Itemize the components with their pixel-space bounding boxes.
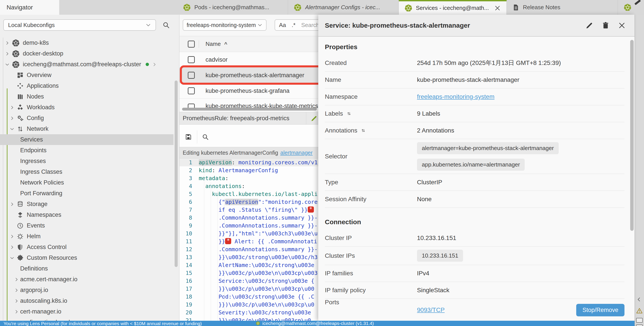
edit-pencil-icon[interactable] <box>310 115 318 122</box>
column-header-name[interactable]: Name <box>206 40 221 48</box>
sidebar-item-ingress-classes[interactable]: Ingress Classes <box>0 166 174 177</box>
sidebar-item-overview[interactable]: Overview <box>0 70 174 80</box>
kubeconfig-select[interactable]: Local Kubeconfigs <box>3 19 156 31</box>
table-row-kube-prometheus-stack-grafana[interactable]: kube-prometheus-stack-grafana <box>180 83 318 99</box>
port-link[interactable]: 9093/TCP <box>417 306 444 314</box>
detail-value: SingleStack <box>417 284 624 297</box>
namespace-select[interactable]: freeleaps-monitoring-system <box>183 19 266 31</box>
tab-alertmanager-configs[interactable]: Alertmanager Configs - icec... <box>288 0 399 15</box>
value-badge: 10.233.16.151 <box>417 250 463 262</box>
table-row-kube-prometheus-stack-kube-state-metrics[interactable]: kube-prometheus-stack-kube-state-metrics <box>180 99 318 108</box>
sort-updown-icon[interactable] <box>346 111 352 116</box>
namespace-link[interactable]: freeleaps-monitoring-system <box>417 93 494 100</box>
horizontal-scrollbar[interactable] <box>182 108 317 110</box>
chevron-right-icon <box>10 105 17 110</box>
sidebar-item-custom-resources[interactable]: Custom Resources <box>0 252 174 263</box>
sidebar-item-icecheng-mathmast-com-freeleaps-cluster[interactable]: icecheng@mathmast.com@freeleaps-cluster <box>0 59 174 70</box>
table-row-cadvisor[interactable]: cadvisor <box>180 52 318 68</box>
sidebar-item-demo-k8s[interactable]: demo-k8s <box>0 38 174 48</box>
grid-icon <box>17 72 24 79</box>
tab-label: Alertmanager Configs - icec... <box>305 4 393 11</box>
code-line: 5 kubectl.kubernetes.io/last-appli <box>180 190 318 198</box>
detail-label: Session Affinity <box>325 196 417 203</box>
sidebar-item-storage[interactable]: Storage <box>0 199 174 210</box>
tab-partial-overflow[interactable] <box>618 0 637 15</box>
cluster-tree: demo-k8sdocker-desktopicecheng@mathmast.… <box>0 38 179 321</box>
sidebar-item-autoscaling-k8s-io[interactable]: autoscaling.k8s.io <box>0 296 174 306</box>
tab-release-notes[interactable]: Release Notes <box>507 0 618 15</box>
drawer-scrollbar[interactable] <box>630 40 634 231</box>
sidebar-item-workloads[interactable]: Workloads <box>0 102 174 113</box>
sidebar-item-applications[interactable]: Applications <box>0 80 174 91</box>
code-line: 15 }}\u003c/p\u003e\n\u003cp\u003 <box>180 269 318 277</box>
code-line: 8 .CommonAnnotations.summary }}- <box>180 214 318 222</box>
sidebar-scrollbar[interactable] <box>174 80 178 267</box>
code-text: .CommonAnnotations.summary }}- <box>199 214 318 221</box>
detail-value-text: 254d 17h 50m ago (2025年1月13日 GMT+8 1:25:… <box>417 59 561 67</box>
sidebar-item-acme-cert-manager-io[interactable]: acme.cert-manager.io <box>0 274 174 285</box>
search-input[interactable]: Aa .* Search <box>274 19 318 31</box>
regex-icon[interactable]: .* <box>292 22 296 28</box>
sidebar-item-definitions[interactable]: Definitions <box>0 263 174 274</box>
yaml-editor[interactable]: 1apiVersion: monitoring.coreos.com/v12ki… <box>180 158 318 321</box>
sidebar-item-nodes[interactable]: Nodes <box>0 91 174 102</box>
code-token: }})\u003c/p\u003e\n\u003cp\u0 <box>199 302 314 308</box>
sidebar-item-config[interactable]: Config <box>0 113 174 124</box>
column-divider <box>199 40 199 48</box>
sidebar-item-endpoints[interactable]: Endpoints <box>0 145 174 156</box>
editing-banner-text: Editing kubernetes AlertmanagerConfig <box>183 150 278 156</box>
window-fragment-icon <box>636 318 643 323</box>
prometheus-rule-bar: PrometheusRule: freepeals-prod-metrics <box>180 112 318 124</box>
sidebar-item-port-forwarding[interactable]: Port Forwarding <box>0 188 174 199</box>
tree-spacer <box>14 158 20 164</box>
sort-updown-icon[interactable] <box>360 128 366 134</box>
save-icon[interactable] <box>185 134 192 140</box>
sidebar-item-access-control[interactable]: Access Control <box>0 242 174 252</box>
code-line: 14 AlertName:\u003c/strong\u003e <box>180 261 318 269</box>
editing-resource-link[interactable]: alertmanager <box>280 150 312 156</box>
port-action-button[interactable]: Stop/Remove <box>576 304 624 316</box>
code-line: 16 Service:\u003c/strong\u003e { <box>180 277 318 285</box>
tab-pods[interactable]: Pods - icecheng@mathmas... <box>177 0 288 15</box>
search-icon[interactable] <box>162 21 170 29</box>
close-icon[interactable] <box>618 22 626 30</box>
sidebar-item-label: Storage <box>27 201 48 208</box>
sidebar-item-ingresses[interactable]: Ingresses <box>0 156 174 166</box>
cluster-version-text: icecheng@mathmast.com@freeleaps-cluster … <box>262 321 374 326</box>
code-token: AlertmanagerConfig <box>218 167 278 174</box>
row-checkbox[interactable] <box>188 72 195 79</box>
edit-pencil-icon[interactable] <box>586 22 593 30</box>
sidebar-item-argoproj-io[interactable]: argoproj.io <box>0 285 174 296</box>
sort-asc-icon[interactable]: ^ <box>224 41 227 47</box>
select-all-checkbox[interactable] <box>188 40 195 48</box>
sidebar-item-configuration-konghq-com[interactable]: configuration.konghq.com <box>0 317 174 321</box>
code-token: : <box>225 175 228 182</box>
match-case-icon[interactable]: Aa <box>279 22 286 28</box>
sidebar-item-docker-desktop[interactable]: docker-desktop <box>0 48 174 59</box>
code-text: annotations: <box>199 183 245 189</box>
row-checkbox[interactable] <box>188 87 195 94</box>
close-tab-icon[interactable] <box>494 5 501 12</box>
sidebar-item-network-policies[interactable]: Network Policies <box>0 177 174 188</box>
editor-search-icon[interactable] <box>202 134 209 140</box>
k8s-icon <box>12 39 20 47</box>
sidebar-item-services[interactable]: Services <box>0 134 174 145</box>
detail-row-name: Namekube-prometheus-stack-alertmanager <box>325 72 624 88</box>
detail-value: IPv4 <box>417 267 624 280</box>
sidebar-item-cert-manager-io[interactable]: cert-manager.io <box>0 306 174 317</box>
code-lines: 1apiVersion: monitoring.coreos.com/v12ki… <box>180 158 318 321</box>
code-text: Pod:\u003c/strong\u003e {{ .C <box>199 294 314 300</box>
tab-services-active[interactable]: Services - icecheng@math... <box>399 0 507 15</box>
drawer-title: Service: kube-prometheus-stack-alertmana… <box>325 22 470 29</box>
toolbar-divider <box>197 130 197 144</box>
table-row-kube-prometheus-stack-alertmanager[interactable]: kube-prometheus-stack-alertmanager <box>180 68 318 83</box>
sidebar-item-events[interactable]: Events <box>0 220 174 231</box>
sidebar-item-helm[interactable]: Helm <box>0 231 174 242</box>
chevron-right-icon <box>10 234 17 239</box>
sidebar-item-namespaces[interactable]: Namespaces <box>0 210 174 220</box>
sidebar-item-label: Helm <box>27 233 40 240</box>
prometheus-rule-title: PrometheusRule: freepeals-prod-metrics <box>183 115 289 122</box>
sidebar-item-network[interactable]: Network <box>0 124 174 134</box>
row-checkbox[interactable] <box>188 56 195 63</box>
delete-trash-icon[interactable] <box>602 22 610 30</box>
